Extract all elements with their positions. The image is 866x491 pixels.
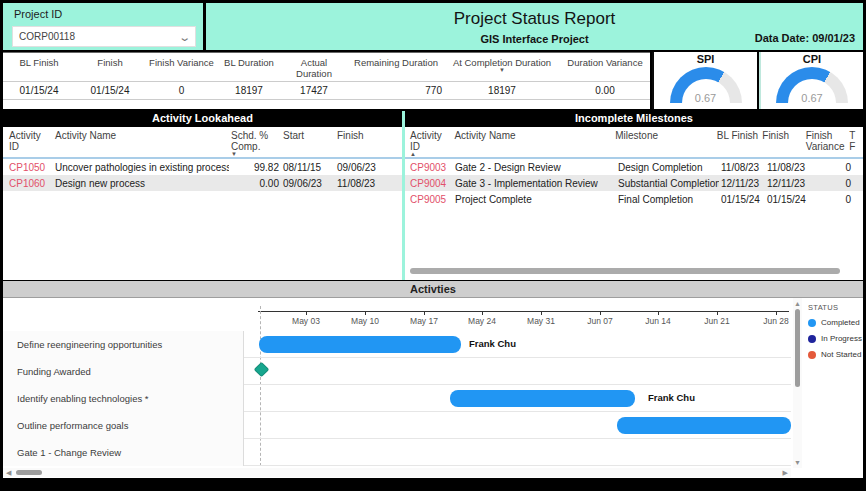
table-row[interactable]: CP1060 Design new process 0.00 09/06/23 … (3, 175, 402, 191)
axis-tick-label: Jun 07 (587, 316, 613, 326)
gantt-bar-completed[interactable] (259, 336, 461, 353)
task-name[interactable]: Funding Awarded (3, 358, 244, 385)
milestones-col-activity-id[interactable]: Activity ID ▲ (405, 130, 452, 157)
in-progress-dot-icon (808, 335, 816, 343)
gantt-vertical-scrollbar[interactable]: ▲ ▼ (793, 298, 802, 468)
not-started-dot-icon (808, 351, 816, 359)
milestones-col-activity-name[interactable]: Activity Name (452, 130, 613, 141)
legend-title: STATUS (808, 303, 863, 312)
spi-gauge-title: SPI (654, 53, 757, 65)
summary-val-bl-duration: 18197 (218, 82, 280, 100)
axis-tick-label: May 17 (410, 316, 438, 326)
table-row[interactable]: CP9004 Gate 3 - Implementation Review Su… (405, 175, 863, 191)
summary-val-finish-variance: 0 (145, 82, 218, 100)
summary-val-remaining-duration: 770 (348, 82, 444, 100)
axis-tick-label: May 03 (292, 316, 320, 326)
activity-id: CP1060 (3, 178, 53, 189)
lookahead-col-activity-name[interactable]: Activity Name (53, 130, 229, 141)
activity-id: CP9003 (405, 162, 453, 173)
summary-val-finish: 01/15/24 (75, 82, 145, 100)
cpi-gauge-value: 0.67 (776, 92, 848, 104)
gantt-row: Outline performance goals (3, 412, 791, 439)
axis-tick-label: Jun 14 (645, 316, 671, 326)
axis-tick (658, 311, 659, 315)
gantt-row: Gate 1 - Change Review (3, 439, 791, 466)
finish-date: 11/08/23 (335, 178, 390, 189)
milestones-col-clipped[interactable]: T F (847, 130, 863, 152)
milestones-col-finish[interactable]: Finish (760, 130, 803, 141)
summary-col-finish-variance[interactable]: Finish Variance (145, 53, 218, 81)
gantt-horizontal-scrollbar[interactable]: ◀ ▶ (3, 468, 791, 477)
bl-finish-date: 11/08/23 (719, 162, 765, 173)
project-id-dropdown[interactable]: CORP00118 ⌄ (12, 26, 196, 47)
summary-col-at-completion-duration[interactable]: At Completion Duration ▼ (444, 53, 560, 81)
scroll-left-icon[interactable]: ◀ (6, 469, 11, 477)
summary-val-actual-duration: 17427 (280, 82, 348, 100)
summary-metrics-table: BL Finish Finish Finish Variance BL Dura… (3, 52, 650, 109)
gantt-chart-panel: May 03 May 10 May 17 May 24 May 31 Jun 0… (3, 298, 863, 478)
finish-date: 09/06/23 (335, 162, 390, 173)
milestones-col-bl-finish[interactable]: BL Finish (715, 130, 760, 141)
task-name[interactable]: Outline performance goals (3, 412, 244, 439)
lookahead-col-finish[interactable]: Finish (335, 130, 390, 141)
title-banner: Project Status Report GIS Interface Proj… (206, 3, 863, 50)
activity-id: CP9005 (405, 194, 453, 205)
legend-item-completed[interactable]: Completed (808, 318, 863, 327)
page-title: Project Status Report (206, 9, 863, 29)
summary-col-actual-duration[interactable]: Actual Duration (280, 53, 348, 81)
scroll-up-icon[interactable]: ▲ (793, 300, 802, 307)
scroll-right-icon[interactable]: ▶ (783, 469, 788, 477)
axis-tick (776, 311, 777, 315)
assignee-label: Frank Chu (648, 392, 695, 403)
lookahead-col-schd-pct-comp[interactable]: Schd. % Comp. ▼ (229, 130, 281, 157)
summary-col-finish[interactable]: Finish (75, 53, 145, 81)
task-name[interactable]: Gate 1 - Change Review (3, 439, 244, 466)
legend-item-in-progress[interactable]: In Progress (808, 334, 863, 343)
task-name[interactable]: Define reengineering opportunities (3, 331, 244, 358)
summary-col-remaining-duration[interactable]: Remaining Duration (348, 53, 444, 81)
spi-gauge: 0.67 (670, 67, 742, 104)
scroll-down-icon[interactable]: ▼ (793, 459, 802, 466)
horizontal-scroll-thumb[interactable] (16, 470, 42, 475)
summary-col-bl-duration[interactable]: BL Duration (218, 53, 280, 81)
gantt-row: Funding Awarded (3, 358, 791, 385)
table-row[interactable]: CP1050 Uncover pathologies in existing p… (3, 159, 402, 175)
sort-descending-icon: ▼ (231, 152, 279, 157)
axis-tick-label: May 10 (351, 316, 379, 326)
start-date: 09/06/23 (281, 178, 335, 189)
cpi-gauge-title: CPI (761, 53, 863, 65)
bl-finish-date: 01/15/24 (719, 194, 765, 205)
gantt-bar-completed[interactable] (450, 390, 635, 407)
lookahead-col-activity-id[interactable]: Activity ID (3, 130, 53, 152)
spi-gauge-panel: SPI 0.67 (652, 52, 757, 109)
lookahead-col-start[interactable]: Start (281, 130, 335, 141)
axis-tick (482, 311, 483, 315)
finish-date: 12/11/23 (765, 178, 809, 189)
finish-variance: 0 (809, 194, 853, 205)
activity-lookahead-title: Activity Lookahead (3, 111, 402, 127)
activity-name: Gate 2 - Design Review (453, 162, 616, 173)
vertical-scroll-thumb[interactable] (795, 309, 800, 387)
incomplete-milestones-panel: Incomplete Milestones Activity ID ▲ Acti… (405, 111, 863, 280)
cpi-gauge-panel: CPI 0.67 (759, 52, 863, 109)
milestones-horizontal-scrollbar[interactable] (410, 268, 840, 274)
legend-item-not-started[interactable]: Not Started (808, 350, 863, 359)
table-row[interactable]: CP9005 Project Complete Final Completion… (405, 191, 863, 207)
schd-pct-comp: 99.82 (229, 162, 281, 173)
milestone-diamond-icon[interactable] (254, 362, 270, 378)
status-legend: STATUS Completed In Progress Not Started (808, 303, 863, 366)
milestones-col-milestone[interactable]: Milestone (613, 130, 715, 141)
table-row[interactable]: CP9003 Gate 2 - Design Review Design Com… (405, 159, 863, 175)
chevron-down-icon[interactable]: ⌄ (178, 33, 191, 41)
gantt-bar-completed[interactable] (617, 417, 791, 434)
milestones-col-finish-variance[interactable]: Finish Variance (804, 130, 847, 152)
milestone-type: Substantial Completion (616, 178, 719, 189)
gantt-axis-line (258, 311, 789, 312)
summary-col-duration-variance[interactable]: Duration Variance (560, 53, 650, 81)
summary-val-bl-finish: 01/15/24 (3, 82, 75, 100)
axis-tick (424, 311, 425, 315)
summary-col-bl-finish[interactable]: BL Finish (3, 53, 75, 81)
completed-dot-icon (808, 319, 816, 327)
task-name[interactable]: Identify enabling technologies * (3, 385, 244, 412)
data-date: Data Date: 09/01/23 (755, 32, 855, 44)
